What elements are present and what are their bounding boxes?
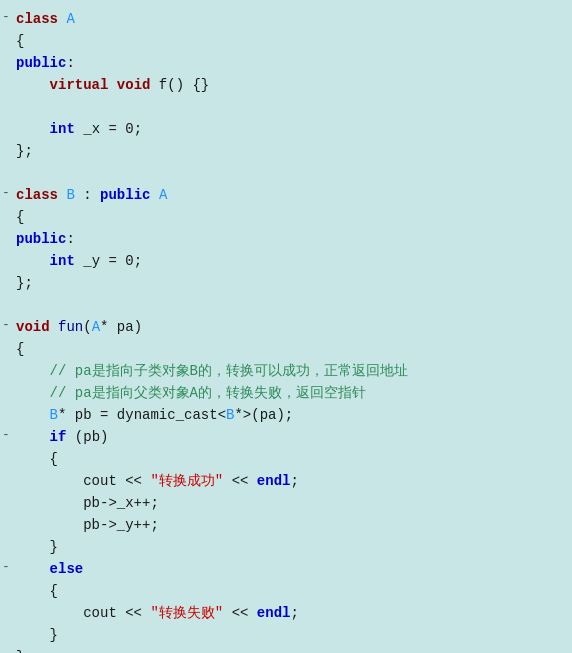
code-content: if (pb) <box>12 427 108 447</box>
code-content: { <box>12 581 58 601</box>
code-content: pb->_x++; <box>12 493 159 513</box>
table-row <box>0 162 572 184</box>
code-content: cout << "转换成功" << endl; <box>12 471 299 491</box>
code-content: pb->_y++; <box>12 515 159 535</box>
table-row: B* pb = dynamic_cast<B*>(pa); <box>0 404 572 426</box>
table-row: cout << "转换成功" << endl; <box>0 470 572 492</box>
code-content: else <box>12 559 83 579</box>
code-content: // pa是指向父类对象A的，转换失败，返回空指针 <box>12 383 366 403</box>
table-row: } <box>0 624 572 646</box>
table-row: cout << "转换失败" << endl; <box>0 602 572 624</box>
code-content: { <box>12 31 24 51</box>
table-row: - if (pb) <box>0 426 572 448</box>
collapse-marker[interactable]: - <box>0 559 12 574</box>
collapse-marker[interactable]: - <box>0 185 12 200</box>
table-row: -class B : public A <box>0 184 572 206</box>
table-row <box>0 96 572 118</box>
code-content: { <box>12 449 58 469</box>
code-content: { <box>12 207 24 227</box>
code-content: class A <box>12 9 75 29</box>
collapse-marker[interactable]: - <box>0 427 12 442</box>
code-content: } <box>12 647 24 653</box>
table-row: int _x = 0; <box>0 118 572 140</box>
collapse-marker[interactable]: - <box>0 317 12 332</box>
collapse-marker[interactable]: - <box>0 9 12 24</box>
table-row: -class A <box>0 8 572 30</box>
code-content <box>12 295 24 315</box>
table-row <box>0 294 572 316</box>
table-row: pb->_x++; <box>0 492 572 514</box>
table-row: { <box>0 580 572 602</box>
code-content: int _x = 0; <box>12 119 142 139</box>
table-row: pb->_y++; <box>0 514 572 536</box>
code-content: B* pb = dynamic_cast<B*>(pa); <box>12 405 293 425</box>
table-row: { <box>0 448 572 470</box>
code-content: } <box>12 625 58 645</box>
code-lines: -class A{public: virtual void f() {} int… <box>0 8 572 653</box>
table-row: }; <box>0 272 572 294</box>
table-row: -void fun(A* pa) <box>0 316 572 338</box>
code-content <box>12 163 24 183</box>
table-row: - else <box>0 558 572 580</box>
table-row: { <box>0 30 572 52</box>
code-editor: -class A{public: virtual void f() {} int… <box>0 0 572 653</box>
table-row: int _y = 0; <box>0 250 572 272</box>
code-content <box>12 97 24 117</box>
code-content: cout << "转换失败" << endl; <box>12 603 299 623</box>
table-row: virtual void f() {} <box>0 74 572 96</box>
code-content: class B : public A <box>12 185 167 205</box>
table-row: // pa是指向子类对象B的，转换可以成功，正常返回地址 <box>0 360 572 382</box>
table-row: }; <box>0 140 572 162</box>
code-content: // pa是指向子类对象B的，转换可以成功，正常返回地址 <box>12 361 408 381</box>
code-content: virtual void f() {} <box>12 75 209 95</box>
code-content: } <box>12 537 58 557</box>
code-content: }; <box>12 141 33 161</box>
code-content: public: <box>12 229 75 249</box>
code-content: }; <box>12 273 33 293</box>
code-content: void fun(A* pa) <box>12 317 142 337</box>
code-content: int _y = 0; <box>12 251 142 271</box>
table-row: { <box>0 338 572 360</box>
table-row: public: <box>0 52 572 74</box>
table-row: { <box>0 206 572 228</box>
code-content: public: <box>12 53 75 73</box>
table-row: public: <box>0 228 572 250</box>
code-content: { <box>12 339 24 359</box>
table-row: // pa是指向父类对象A的，转换失败，返回空指针 <box>0 382 572 404</box>
table-row: } <box>0 536 572 558</box>
